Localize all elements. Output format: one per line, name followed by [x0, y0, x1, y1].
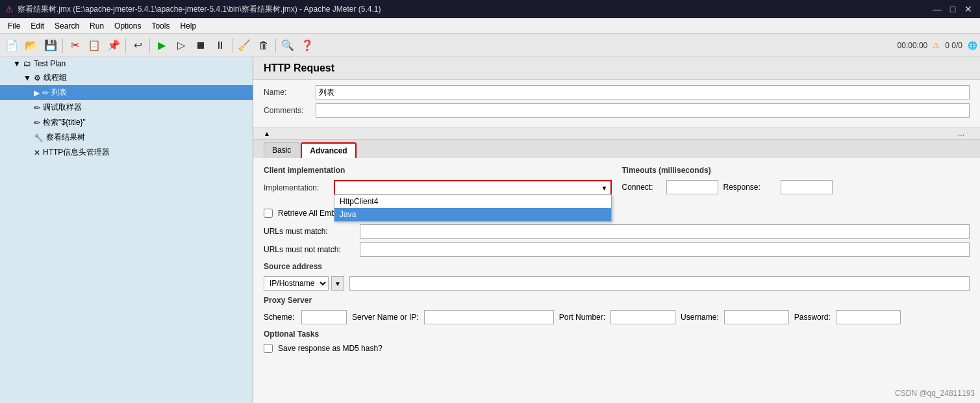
- menu-tools[interactable]: Tools: [146, 20, 175, 32]
- menubar: File Edit Search Run Options Tools Help: [0, 18, 980, 34]
- sidebar-item-result-tree[interactable]: 🔧 察看结果树: [0, 130, 253, 145]
- paste-button[interactable]: 📌: [105, 36, 123, 55]
- timeouts-section: Timeouts (milliseconds) Connect: Respons…: [622, 166, 970, 201]
- sidebar-item-search[interactable]: ✏ 检索"${title}": [0, 115, 253, 130]
- urls-match-label: URLs must match:: [264, 227, 355, 236]
- clear-all-button[interactable]: 🗑: [255, 36, 273, 55]
- sidebar-item-test-plan[interactable]: ▼ 🗂 Test Plan: [0, 57, 253, 70]
- save-md5-checkbox[interactable]: [264, 344, 273, 353]
- comments-input[interactable]: [316, 103, 970, 118]
- port-input[interactable]: [610, 310, 675, 324]
- impl-input[interactable]: [335, 181, 599, 194]
- server-label: Server Name or IP:: [352, 313, 419, 322]
- status-time: 00:00:00: [898, 41, 928, 50]
- source-input[interactable]: [349, 276, 970, 291]
- sidebar-item-thread-group[interactable]: ▼ ⚙ 线程组: [0, 70, 253, 85]
- connect-label: Connect:: [622, 183, 661, 192]
- network-icon: 🌐: [968, 41, 977, 50]
- sep3: [149, 38, 150, 53]
- status-count: 0 0/0: [945, 41, 962, 50]
- connect-input[interactable]: [666, 180, 718, 194]
- result-icon: 🔧: [34, 133, 44, 142]
- stop-button[interactable]: ⏹: [192, 36, 210, 55]
- toolbar: 📄 📂 💾 ✂ 📋 📌 ↩ ▶ ▷ ⏹ ⏸ 🧹 🗑 🔍 ❓ 00:00:00 ⚠…: [0, 34, 980, 57]
- comments-label: Comments:: [264, 106, 316, 115]
- menu-options[interactable]: Options: [109, 20, 146, 32]
- cut-button[interactable]: ✂: [66, 36, 84, 55]
- expand-button[interactable]: ▲: [264, 130, 270, 137]
- menu-help[interactable]: Help: [175, 20, 201, 32]
- password-input[interactable]: [836, 310, 901, 324]
- dots: ...: [958, 129, 964, 138]
- copy-button[interactable]: 📋: [85, 36, 103, 55]
- source-address-title: Source address: [264, 262, 970, 271]
- new-button[interactable]: 📄: [3, 36, 21, 55]
- toolbar-status: 00:00:00 ⚠ 0 0/0 🌐: [898, 41, 977, 50]
- sep5: [275, 38, 276, 53]
- password-label: Password:: [794, 313, 831, 322]
- open-button[interactable]: 📂: [22, 36, 40, 55]
- name-input[interactable]: [316, 85, 970, 99]
- tab-advanced-label: Advanced: [310, 146, 347, 155]
- close-button[interactable]: ✕: [962, 3, 975, 16]
- menu-edit[interactable]: Edit: [25, 20, 49, 32]
- warning-status-icon: ⚠: [933, 41, 940, 50]
- tab-basic[interactable]: Basic: [264, 142, 299, 158]
- sidebar-item-list[interactable]: ▶ ✏ 列表: [0, 85, 253, 100]
- impl-dropdown-arrow[interactable]: ▼: [599, 185, 610, 192]
- urls-match-row: URLs must match:: [264, 224, 970, 239]
- proxy-title: Proxy Server: [264, 296, 970, 305]
- form-section: Name: Comments:: [253, 80, 980, 127]
- optional-title: Optional Tasks: [264, 330, 970, 339]
- search-btn[interactable]: 🔍: [279, 36, 297, 55]
- save-md5-row: Save response as MD5 hash?: [264, 344, 970, 353]
- save-md5-label: Save response as MD5 hash?: [278, 344, 383, 353]
- sidebar-item-label: 线程组: [44, 72, 67, 83]
- source-type-arrow[interactable]: ▼: [331, 276, 344, 291]
- help-btn[interactable]: ❓: [298, 36, 316, 55]
- list-icon: ✏: [42, 88, 49, 98]
- dropdown-item-httpclient4[interactable]: HttpClient4: [334, 195, 611, 208]
- thread-group-icon: ⚙: [34, 73, 41, 83]
- sidebar-item-label: 调试取样器: [43, 102, 82, 113]
- maximize-button[interactable]: □: [946, 3, 959, 16]
- scheme-input[interactable]: [301, 310, 347, 324]
- source-row: IP/Hostname ▼: [264, 276, 970, 291]
- http-header-icon: ✕: [34, 148, 40, 157]
- timeout-row: Connect: Response:: [622, 180, 970, 194]
- proxy-section: Proxy Server Scheme: Server Name or IP: …: [264, 296, 970, 324]
- impl-select-box[interactable]: ▼: [334, 180, 612, 196]
- urls-not-match-input[interactable]: [360, 242, 970, 257]
- source-type-wrapper: IP/Hostname ▼: [264, 276, 344, 291]
- start-button[interactable]: ▶: [153, 36, 171, 55]
- arrow-icon: ▶: [34, 88, 40, 98]
- debug-icon: ✏: [34, 103, 40, 112]
- save-button[interactable]: 💾: [42, 36, 60, 55]
- urls-match-input[interactable]: [360, 224, 970, 239]
- retrieve-checkbox[interactable]: [264, 209, 273, 218]
- server-input[interactable]: [424, 310, 554, 324]
- arrow-icon: ▼: [23, 73, 31, 83]
- sidebar-item-http-header[interactable]: ✕ HTTP信息头管理器: [0, 145, 253, 160]
- titlebar: ⚠ 察看结果树.jmx (E:\apache-jmeter-5.4.1\apac…: [0, 0, 980, 18]
- panel-title: HTTP Request: [264, 62, 334, 73]
- minimize-button[interactable]: —: [931, 3, 944, 16]
- clear-button[interactable]: 🧹: [235, 36, 253, 55]
- search-icon: ✏: [34, 118, 40, 127]
- response-input[interactable]: [781, 180, 833, 194]
- undo-button[interactable]: ↩: [129, 36, 147, 55]
- menu-search[interactable]: Search: [49, 20, 84, 32]
- menu-file[interactable]: File: [3, 20, 25, 32]
- shutdown-button[interactable]: ⏸: [211, 36, 229, 55]
- source-type-select[interactable]: IP/Hostname: [264, 276, 329, 291]
- name-label: Name:: [264, 88, 316, 97]
- sidebar-item-label: Test Plan: [34, 59, 66, 68]
- sidebar-item-debug-sampler[interactable]: ✏ 调试取样器: [0, 100, 253, 115]
- dropdown-item-java[interactable]: Java: [334, 208, 611, 221]
- username-input[interactable]: [724, 310, 789, 324]
- username-label: Username:: [681, 313, 719, 322]
- menu-run[interactable]: Run: [84, 20, 109, 32]
- sidebar-item-label: HTTP信息头管理器: [43, 147, 110, 158]
- tab-advanced[interactable]: Advanced: [301, 142, 356, 158]
- start-no-pause-button[interactable]: ▷: [172, 36, 190, 55]
